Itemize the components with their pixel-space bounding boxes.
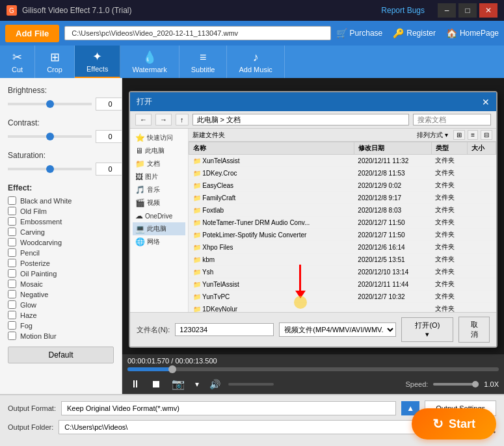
effect-checkbox-carving[interactable] [8,228,16,236]
effect-checkbox-fog[interactable] [8,321,16,330]
minimize-button[interactable]: – [438,3,456,18]
default-button[interactable]: Default [8,347,114,363]
arrange-btn[interactable]: 排列方式 ▾ [417,131,448,140]
sidebar-item-网络[interactable]: 🌐网络 [133,235,185,248]
effect-checkbox-mosaic[interactable] [8,280,16,288]
file-path-display: C:\Users\pc\Videos\Video_2020-12-11_1130… [64,26,330,40]
sidebar-item-快速访问[interactable]: ⭐快速访问 [133,131,185,144]
file-icon: 📁 [193,219,201,226]
view-toggle-btn2[interactable]: ≡ [468,130,478,140]
contrast-slider[interactable] [8,135,92,138]
tab-subtitle[interactable]: ≡ Subtitle [179,46,228,78]
effect-checkbox-posterize[interactable] [8,259,16,267]
table-row[interactable]: 📁 Xhpo Files 2020/12/6 16:14 文件夹 [189,241,496,254]
speed-slider[interactable] [433,383,479,386]
new-folder-btn[interactable]: 新建文件夹 [192,131,225,140]
effect-checkbox-negative[interactable] [8,290,16,298]
effect-checkbox-woodcarving[interactable] [8,238,16,246]
table-row[interactable]: 📁 Ysh 2020/12/10 13:14 文件夹 [189,266,496,278]
effect-checkbox-oldfilm[interactable] [8,207,16,215]
tab-add-music[interactable]: ♪ Add Music [227,46,284,78]
tab-cut[interactable]: ✂ Cut [0,46,35,78]
dialog-cancel-button[interactable]: 取消 [458,317,490,343]
progress-handle[interactable] [168,365,176,373]
close-button[interactable]: ✕ [479,3,497,18]
sidebar-item-视频[interactable]: 🎬视频 [133,196,185,209]
table-row[interactable]: 📁 FamilyCraft 2020/12/8 9:17 文件夹 [189,192,496,204]
saturation-input[interactable] [96,163,122,176]
report-bugs-link[interactable]: Report Bugs [381,6,425,15]
effect-checkbox-motionblur[interactable] [8,332,16,340]
table-row[interactable]: 📁 EasyCleas 2020/12/9 0:02 文件夹 [189,179,496,192]
register-link[interactable]: 🔑 Register [393,28,436,38]
dialog-path-input[interactable] [192,114,410,125]
file-type-cell: 文件夹 [431,179,468,192]
table-row[interactable]: 📁 YunTvPC 2020/12/7 10:32 文件夹 [189,291,496,303]
speed-value: 1.0X [484,380,499,388]
col-name[interactable]: 名称 [189,142,354,155]
view-toggle-btn[interactable]: ⊞ [453,130,465,140]
saturation-slider[interactable] [8,168,92,170]
table-row[interactable]: 📁 NoteTamer-Tuner DRM Audio Conv... 2020… [189,216,496,229]
effect-checkbox-haze[interactable] [8,311,16,319]
filename-label: 文件名(N): [137,325,170,335]
table-row[interactable]: 📁 YunTelAssist 2020/12/11 11:44 文件夹 [189,278,496,291]
sidebar-item-OneDrive[interactable]: ☁OneDrive [133,209,185,222]
table-row[interactable]: 📁 1DKeyNolur 文件夹 [189,303,496,313]
effect-checkbox-oilpainting[interactable] [8,269,16,278]
col-date[interactable]: 修改日期 [354,142,431,155]
sidebar-item-此电脑[interactable]: 💻此电脑 [133,222,185,235]
add-file-button[interactable]: Add File [5,25,59,42]
contrast-input[interactable] [96,130,122,143]
tab-subtitle-label: Subtitle [191,66,215,73]
table-row[interactable]: 📁 kbm 2020/12/5 13:51 文件夹 [189,254,496,266]
start-button[interactable]: ↻ Start [412,408,496,439]
maximize-button[interactable]: □ [458,3,477,18]
table-row[interactable]: 📁 Foxtlab 2020/12/8 8:03 文件夹 [189,204,496,216]
dialog-back-button[interactable]: ← [135,114,152,125]
effect-checkbox-blackwhite[interactable] [8,196,16,205]
folder-path-input[interactable] [59,420,460,434]
homepage-link[interactable]: 🏠 HomePage [446,28,499,38]
effect-checkbox-pencil[interactable] [8,248,16,257]
effect-item-carving: Carving [8,228,114,236]
dialog-close-button[interactable]: ✕ [482,97,490,107]
effect-checkbox-embossment[interactable] [8,217,16,226]
file-name-cell: 📁 Foxtlab [189,204,354,216]
purchase-link[interactable]: 🛒 Purchase [336,28,383,38]
tab-watermark[interactable]: 💧 Watermark [120,46,179,78]
table-row[interactable]: 📁 1DKey.Croc 2020/12/8 11:53 文件夹 [189,167,496,179]
dialog-open-button[interactable]: 打开(O) ▾ [401,317,453,342]
view-toggle-btn3[interactable]: ⊟ [481,130,492,140]
tab-crop[interactable]: ⊞ Crop [35,46,75,78]
sidebar-item-图片[interactable]: 🖼图片 [133,170,185,183]
snapshot-button[interactable]: 📷 [169,376,187,391]
tab-effects[interactable]: ✦ Effects [75,46,120,78]
snapshot-chevron-button[interactable]: ▾ [192,378,202,390]
filename-input[interactable] [175,323,274,336]
brightness-input[interactable] [96,98,122,111]
col-type[interactable]: 类型 [431,142,468,155]
pause-button[interactable]: ⏸ [127,377,143,391]
file-type-cell: 文件夹 [431,291,468,303]
table-row[interactable]: 📁 XunTelAssist 2020/12/11 11:32 文件夹 [189,155,496,167]
filetype-select[interactable]: 视频文件(MP4/WMV/AVI/WMV... [279,322,396,337]
sidebar-item-此电脑[interactable]: 🖥此电脑 [133,144,185,157]
table-row[interactable]: 📁 PotekLimer-Spotify Music Converter 202… [189,229,496,241]
file-name-cell: 📁 FamilyCraft [189,192,354,204]
sidebar-item-文档[interactable]: 📁文档 [133,157,185,170]
brightness-slider[interactable] [8,103,92,105]
format-input[interactable] [61,401,396,415]
effect-list: Black and WhiteOld FilmEmbossmentCarving… [8,196,114,340]
dialog-up-button[interactable]: ↑ [176,114,189,125]
col-size[interactable]: 大小 [468,142,496,155]
effect-checkbox-glow[interactable] [8,300,16,309]
file-size-cell [468,179,496,192]
progress-track[interactable] [127,367,499,371]
main-content: Brightness: ▲ ▼ Contrast: ▲ ▼ [0,78,504,394]
volume-slider[interactable] [228,383,274,386]
stop-button[interactable]: ⏹ [148,377,164,391]
sidebar-item-音乐[interactable]: 🎵音乐 [133,183,185,196]
dialog-search-input[interactable] [413,114,491,125]
dialog-forward-button[interactable]: → [155,114,172,125]
